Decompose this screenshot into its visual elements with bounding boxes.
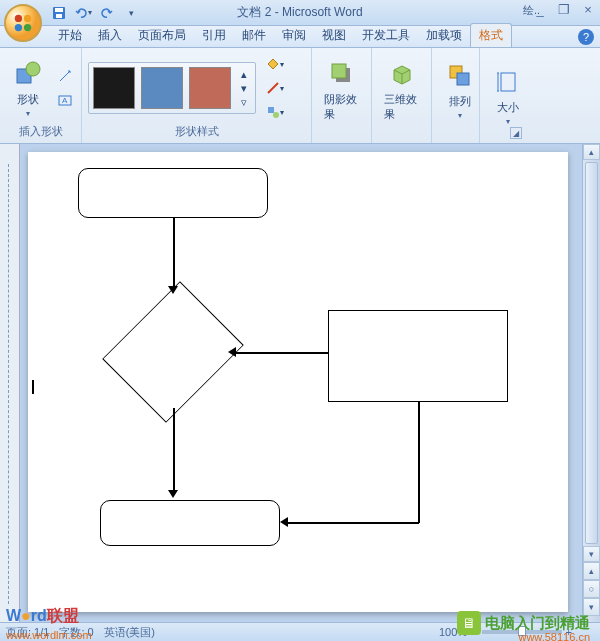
- outline-icon: [266, 81, 280, 95]
- watermark-wordlm: W●rd联盟: [6, 606, 79, 627]
- restore-button[interactable]: ❐: [556, 2, 572, 16]
- quick-access-toolbar: ▾ ▾: [50, 4, 140, 22]
- connector-3[interactable]: [173, 408, 175, 492]
- title-bar: ▾ ▾ 文档 2 - Microsoft Word 绘.. _ ❐ ×: [0, 0, 600, 26]
- office-button[interactable]: [4, 4, 42, 42]
- group-label: ◢: [486, 139, 522, 141]
- group-label: [378, 127, 425, 141]
- style-swatch-red[interactable]: [189, 67, 231, 109]
- 3d-effects-button[interactable]: 三维效果: [378, 56, 425, 124]
- tab-references[interactable]: 引用: [194, 24, 234, 47]
- style-swatch-blue[interactable]: [141, 67, 183, 109]
- group-shape-styles: ▴ ▾ ▿ ▾ ▾ ▾ 形状样式: [82, 48, 312, 143]
- window-controls: _ ❐ ×: [532, 2, 596, 16]
- shape-fill-button[interactable]: ▾: [264, 53, 286, 75]
- group-size: 大小 ▾ ◢: [480, 48, 528, 143]
- group-shadow: 阴影效果: [312, 48, 372, 143]
- group-label: 形状样式: [88, 124, 305, 141]
- office-logo-icon: [12, 12, 34, 34]
- qat-customize[interactable]: ▾: [122, 4, 140, 22]
- status-language[interactable]: 英语(美国): [104, 625, 155, 640]
- shapes-button[interactable]: 形状 ▾: [6, 56, 50, 120]
- text-cursor: [32, 380, 34, 394]
- svg-point-8: [26, 62, 40, 76]
- svg-rect-16: [457, 73, 469, 85]
- arrow-head-3: [168, 490, 178, 498]
- close-button[interactable]: ×: [580, 2, 596, 16]
- dialog-launcher[interactable]: ◢: [510, 127, 522, 139]
- tab-review[interactable]: 审阅: [274, 24, 314, 47]
- vertical-ruler[interactable]: [0, 144, 20, 622]
- save-button[interactable]: [50, 4, 68, 22]
- minimize-button[interactable]: _: [532, 2, 548, 16]
- text-box-button[interactable]: A: [54, 89, 76, 111]
- redo-button[interactable]: [98, 4, 116, 22]
- gallery-down[interactable]: ▾: [237, 81, 251, 95]
- watermark-url1: www.wordlm.com: [6, 629, 92, 641]
- edit-shape-icon: [58, 69, 72, 83]
- tab-addins[interactable]: 加载项: [418, 24, 470, 47]
- shape-outline-button[interactable]: ▾: [264, 77, 286, 99]
- shadow-effects-button[interactable]: 阴影效果: [318, 56, 365, 124]
- redo-icon: [100, 6, 114, 20]
- group-label: [318, 127, 365, 141]
- browse-prev-button[interactable]: ▴: [583, 562, 600, 580]
- ribbon-tabs: 开始 插入 页面布局 引用 邮件 审阅 视图 开发工具 加载项 格式 ?: [0, 26, 600, 48]
- style-swatch-black[interactable]: [93, 67, 135, 109]
- svg-rect-11: [268, 107, 274, 113]
- save-icon: [52, 6, 66, 20]
- tab-mailings[interactable]: 邮件: [234, 24, 274, 47]
- group-insert-shapes: 形状 ▾ A 插入形状: [0, 48, 82, 143]
- arrow-head-4: [280, 517, 288, 527]
- flowchart-terminator-bottom[interactable]: [100, 500, 280, 546]
- tab-format[interactable]: 格式: [470, 23, 512, 47]
- svg-text:A: A: [62, 96, 68, 105]
- edit-shape-button[interactable]: [54, 65, 76, 87]
- scroll-thumb[interactable]: [585, 162, 598, 544]
- undo-icon: [74, 6, 88, 20]
- document-page[interactable]: [28, 152, 568, 612]
- browse-object-button[interactable]: ○: [583, 580, 600, 598]
- flowchart-terminator-top[interactable]: [78, 168, 268, 218]
- svg-point-2: [15, 24, 22, 31]
- page-container: [20, 144, 582, 622]
- tab-home[interactable]: 开始: [50, 24, 90, 47]
- 3d-icon: [386, 58, 418, 90]
- ribbon: 形状 ▾ A 插入形状 ▴ ▾ ▿ ▾ ▾: [0, 48, 600, 144]
- arrange-button[interactable]: 排列 ▾: [438, 58, 482, 122]
- change-shape-button[interactable]: ▾: [264, 101, 286, 123]
- scroll-down-button[interactable]: ▾: [583, 546, 600, 562]
- svg-point-0: [15, 15, 22, 22]
- window-title: 文档 2 - Microsoft Word: [237, 4, 362, 21]
- flowchart-decision[interactable]: [118, 297, 228, 407]
- document-area: ▴ ▾ ▴ ○ ▾: [0, 144, 600, 622]
- group-3d: 三维效果: [372, 48, 432, 143]
- arrow-head-2: [228, 347, 236, 357]
- connector-4a[interactable]: [418, 402, 420, 523]
- group-label: 插入形状: [6, 124, 75, 141]
- tab-insert[interactable]: 插入: [90, 24, 130, 47]
- svg-rect-6: [56, 14, 62, 18]
- svg-rect-14: [332, 64, 346, 78]
- flowchart-process[interactable]: [328, 310, 508, 402]
- gallery-up[interactable]: ▴: [237, 67, 251, 81]
- fill-icon: [266, 57, 280, 71]
- help-button[interactable]: ?: [578, 29, 594, 45]
- connector-2[interactable]: [236, 352, 328, 354]
- group-label: [438, 127, 473, 141]
- svg-rect-5: [55, 8, 63, 12]
- tab-developer[interactable]: 开发工具: [354, 24, 418, 47]
- group-arrange: 排列 ▾: [432, 48, 480, 143]
- svg-point-12: [273, 112, 279, 118]
- tab-page-layout[interactable]: 页面布局: [130, 24, 194, 47]
- tab-view[interactable]: 视图: [314, 24, 354, 47]
- vertical-scrollbar[interactable]: ▴ ▾ ▴ ○ ▾: [582, 144, 600, 622]
- size-button[interactable]: 大小 ▾: [486, 64, 530, 128]
- svg-point-3: [24, 24, 31, 31]
- connector-4b[interactable]: [288, 522, 419, 524]
- undo-button[interactable]: ▾: [74, 4, 92, 22]
- style-gallery[interactable]: ▴ ▾ ▿: [88, 62, 256, 114]
- scroll-up-button[interactable]: ▴: [583, 144, 600, 160]
- gallery-more[interactable]: ▿: [237, 95, 251, 109]
- connector-1[interactable]: [173, 218, 175, 288]
